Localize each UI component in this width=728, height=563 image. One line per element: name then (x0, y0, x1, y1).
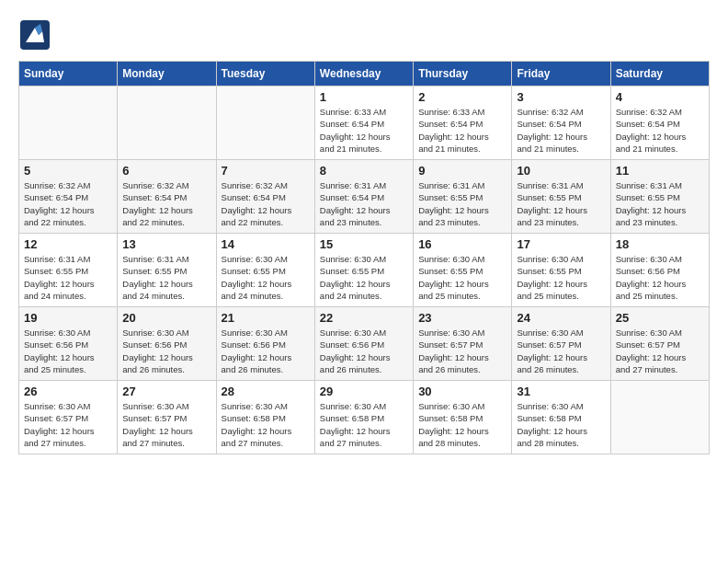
day-number: 18 (616, 237, 704, 251)
day-number: 3 (517, 90, 605, 104)
week-row-2: 5Sunrise: 6:32 AMSunset: 6:54 PMDaylight… (19, 160, 710, 234)
day-cell: 17Sunrise: 6:30 AMSunset: 6:55 PMDayligh… (512, 234, 610, 307)
col-header-monday: Monday (118, 62, 216, 86)
day-cell: 16Sunrise: 6:30 AMSunset: 6:55 PMDayligh… (414, 234, 512, 307)
day-number: 20 (122, 311, 210, 325)
day-cell: 27Sunrise: 6:30 AMSunset: 6:57 PMDayligh… (118, 381, 216, 454)
day-info: Sunrise: 6:32 AMSunset: 6:54 PMDaylight:… (222, 179, 310, 228)
day-cell: 8Sunrise: 6:31 AMSunset: 6:54 PMDaylight… (314, 160, 413, 234)
day-number: 24 (517, 311, 605, 325)
col-header-sunday: Sunday (19, 62, 118, 86)
day-number: 30 (418, 385, 506, 398)
page-header (18, 18, 710, 52)
week-row-5: 26Sunrise: 6:30 AMSunset: 6:57 PMDayligh… (19, 381, 710, 454)
day-cell: 4Sunrise: 6:32 AMSunset: 6:54 PMDaylight… (610, 86, 709, 160)
day-number: 1 (320, 90, 408, 104)
day-cell: 19Sunrise: 6:30 AMSunset: 6:56 PMDayligh… (19, 307, 118, 381)
day-number: 4 (616, 90, 704, 104)
day-info: Sunrise: 6:30 AMSunset: 6:58 PMDaylight:… (222, 400, 310, 449)
day-cell: 14Sunrise: 6:30 AMSunset: 6:55 PMDayligh… (216, 234, 314, 307)
day-info: Sunrise: 6:31 AMSunset: 6:55 PMDaylight:… (122, 253, 210, 302)
week-row-4: 19Sunrise: 6:30 AMSunset: 6:56 PMDayligh… (19, 307, 710, 381)
day-number: 17 (517, 237, 605, 251)
day-cell: 25Sunrise: 6:30 AMSunset: 6:57 PMDayligh… (610, 307, 709, 381)
day-info: Sunrise: 6:30 AMSunset: 6:55 PMDaylight:… (320, 253, 408, 302)
day-number: 7 (222, 164, 310, 178)
day-number: 5 (24, 164, 112, 178)
day-cell: 12Sunrise: 6:31 AMSunset: 6:55 PMDayligh… (19, 234, 118, 307)
day-cell: 3Sunrise: 6:32 AMSunset: 6:54 PMDaylight… (512, 86, 610, 160)
day-number: 12 (24, 237, 112, 251)
day-number: 2 (418, 90, 506, 104)
day-cell: 1Sunrise: 6:33 AMSunset: 6:54 PMDaylight… (314, 86, 413, 160)
day-number: 21 (222, 311, 310, 325)
day-number: 11 (616, 164, 704, 178)
day-number: 28 (222, 385, 310, 398)
day-number: 19 (24, 311, 112, 325)
day-info: Sunrise: 6:33 AMSunset: 6:54 PMDaylight:… (418, 106, 506, 155)
day-info: Sunrise: 6:32 AMSunset: 6:54 PMDaylight:… (24, 179, 112, 228)
day-number: 22 (320, 311, 408, 325)
day-number: 31 (517, 385, 605, 398)
day-number: 9 (418, 164, 506, 178)
day-cell: 7Sunrise: 6:32 AMSunset: 6:54 PMDaylight… (216, 160, 314, 234)
day-info: Sunrise: 6:30 AMSunset: 6:57 PMDaylight:… (24, 400, 112, 449)
day-info: Sunrise: 6:30 AMSunset: 6:58 PMDaylight:… (418, 400, 506, 449)
day-info: Sunrise: 6:31 AMSunset: 6:55 PMDaylight:… (517, 179, 605, 228)
day-cell: 29Sunrise: 6:30 AMSunset: 6:58 PMDayligh… (314, 381, 413, 454)
day-cell: 10Sunrise: 6:31 AMSunset: 6:55 PMDayligh… (512, 160, 610, 234)
day-number: 8 (320, 164, 408, 178)
day-number: 14 (222, 237, 310, 251)
day-info: Sunrise: 6:30 AMSunset: 6:55 PMDaylight:… (418, 253, 506, 302)
calendar-body: 1Sunrise: 6:33 AMSunset: 6:54 PMDaylight… (19, 86, 710, 454)
day-info: Sunrise: 6:30 AMSunset: 6:55 PMDaylight:… (222, 253, 310, 302)
day-number: 25 (616, 311, 704, 325)
day-cell: 26Sunrise: 6:30 AMSunset: 6:57 PMDayligh… (19, 381, 118, 454)
day-info: Sunrise: 6:31 AMSunset: 6:55 PMDaylight:… (418, 179, 506, 228)
day-cell (216, 86, 314, 160)
day-info: Sunrise: 6:30 AMSunset: 6:57 PMDaylight:… (418, 327, 506, 375)
day-info: Sunrise: 6:30 AMSunset: 6:57 PMDaylight:… (517, 327, 605, 375)
day-info: Sunrise: 6:30 AMSunset: 6:58 PMDaylight:… (320, 400, 408, 449)
day-number: 23 (418, 311, 506, 325)
day-info: Sunrise: 6:32 AMSunset: 6:54 PMDaylight:… (122, 179, 210, 228)
day-number: 13 (122, 237, 210, 251)
day-cell: 31Sunrise: 6:30 AMSunset: 6:58 PMDayligh… (512, 381, 610, 454)
calendar-table: SundayMondayTuesdayWednesdayThursdayFrid… (18, 61, 710, 454)
day-cell: 6Sunrise: 6:32 AMSunset: 6:54 PMDaylight… (118, 160, 216, 234)
day-info: Sunrise: 6:30 AMSunset: 6:56 PMDaylight:… (222, 327, 310, 375)
calendar-header-row: SundayMondayTuesdayWednesdayThursdayFrid… (19, 62, 710, 86)
day-info: Sunrise: 6:30 AMSunset: 6:57 PMDaylight:… (616, 327, 704, 375)
day-info: Sunrise: 6:31 AMSunset: 6:55 PMDaylight:… (24, 253, 112, 302)
day-cell: 18Sunrise: 6:30 AMSunset: 6:56 PMDayligh… (610, 234, 709, 307)
day-cell: 22Sunrise: 6:30 AMSunset: 6:56 PMDayligh… (314, 307, 413, 381)
day-info: Sunrise: 6:33 AMSunset: 6:54 PMDaylight:… (320, 106, 408, 155)
day-cell: 24Sunrise: 6:30 AMSunset: 6:57 PMDayligh… (512, 307, 610, 381)
day-cell: 9Sunrise: 6:31 AMSunset: 6:55 PMDaylight… (414, 160, 512, 234)
week-row-1: 1Sunrise: 6:33 AMSunset: 6:54 PMDaylight… (19, 86, 710, 160)
day-number: 16 (418, 237, 506, 251)
day-cell: 5Sunrise: 6:32 AMSunset: 6:54 PMDaylight… (19, 160, 118, 234)
day-info: Sunrise: 6:30 AMSunset: 6:58 PMDaylight:… (517, 400, 605, 449)
col-header-thursday: Thursday (414, 62, 512, 86)
col-header-friday: Friday (512, 62, 610, 86)
col-header-saturday: Saturday (610, 62, 709, 86)
day-cell: 30Sunrise: 6:30 AMSunset: 6:58 PMDayligh… (414, 381, 512, 454)
day-cell: 13Sunrise: 6:31 AMSunset: 6:55 PMDayligh… (118, 234, 216, 307)
day-info: Sunrise: 6:30 AMSunset: 6:55 PMDaylight:… (517, 253, 605, 302)
day-cell (19, 86, 118, 160)
day-number: 15 (320, 237, 408, 251)
day-cell: 20Sunrise: 6:30 AMSunset: 6:56 PMDayligh… (118, 307, 216, 381)
day-number: 6 (122, 164, 210, 178)
day-info: Sunrise: 6:30 AMSunset: 6:56 PMDaylight:… (122, 327, 210, 375)
day-cell: 21Sunrise: 6:30 AMSunset: 6:56 PMDayligh… (216, 307, 314, 381)
day-number: 27 (122, 385, 210, 398)
logo-icon (18, 18, 51, 52)
day-info: Sunrise: 6:30 AMSunset: 6:56 PMDaylight:… (616, 253, 704, 302)
day-cell: 28Sunrise: 6:30 AMSunset: 6:58 PMDayligh… (216, 381, 314, 454)
week-row-3: 12Sunrise: 6:31 AMSunset: 6:55 PMDayligh… (19, 234, 710, 307)
day-cell: 15Sunrise: 6:30 AMSunset: 6:55 PMDayligh… (314, 234, 413, 307)
day-info: Sunrise: 6:30 AMSunset: 6:56 PMDaylight:… (320, 327, 408, 375)
day-info: Sunrise: 6:30 AMSunset: 6:57 PMDaylight:… (122, 400, 210, 449)
day-number: 26 (24, 385, 112, 398)
